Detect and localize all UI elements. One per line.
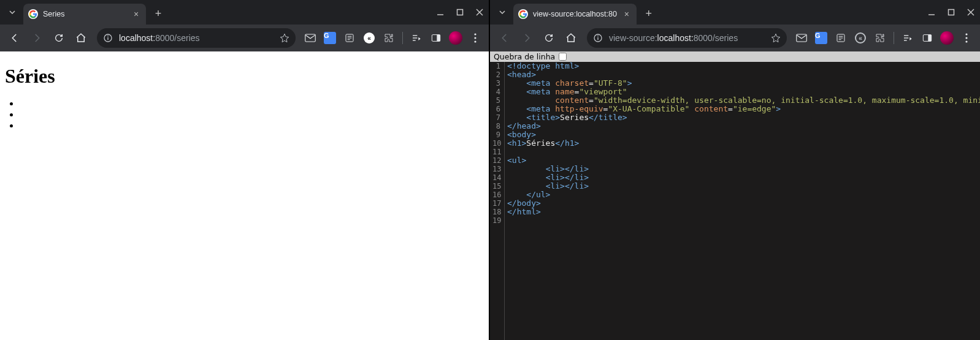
line-wrap-bar: Quebra de linha (490, 51, 980, 62)
tab-search-button[interactable] (5, 5, 20, 20)
side-panel-icon[interactable] (427, 29, 445, 47)
bookmark-star-icon[interactable] (280, 33, 289, 43)
mail-extension-icon[interactable] (793, 29, 810, 47)
tab-strip: view-source:localhost:80 × + (490, 0, 980, 25)
browser-window-right: view-source:localhost:80 × + view-source… (490, 0, 980, 340)
close-window-button[interactable] (967, 8, 975, 17)
tab-title: Series (43, 10, 126, 18)
url-text: localhost:8000/series (119, 33, 274, 43)
source-code[interactable]: <!doctype html><head> <meta charset="UTF… (505, 62, 980, 340)
media-control-icon[interactable] (408, 29, 425, 47)
new-tab-button[interactable]: + (150, 5, 167, 22)
chrome-menu-icon[interactable] (958, 29, 975, 47)
back-button[interactable] (495, 28, 515, 48)
forward-button[interactable] (27, 28, 47, 48)
list-item (20, 108, 484, 119)
browser-window-left: Series × + localhost:8000/series G « (0, 0, 490, 340)
page-heading: Séries (5, 65, 484, 88)
tab-strip: Series × + (0, 0, 489, 25)
tab-close-button[interactable]: × (131, 9, 141, 19)
forward-button[interactable] (517, 28, 537, 48)
svg-point-26 (597, 36, 599, 37)
svg-rect-1 (457, 10, 463, 15)
toolbar-extensions: G « (302, 29, 484, 47)
svg-rect-16 (437, 35, 440, 42)
tab-close-button[interactable]: × (622, 9, 632, 19)
address-bar[interactable]: view-source:localhost:8000/series (587, 28, 787, 48)
extensions-puzzle-icon[interactable] (380, 29, 397, 47)
svg-rect-36 (928, 35, 931, 42)
browser-tab[interactable]: Series × (23, 4, 146, 25)
window-controls (436, 0, 484, 25)
toolbar-separator (402, 32, 403, 44)
circle-extension-icon[interactable]: « (361, 29, 378, 47)
maximize-button[interactable] (456, 8, 464, 17)
svg-point-17 (474, 33, 476, 35)
maximize-button[interactable] (947, 8, 955, 17)
circle-extension-icon[interactable]: « (852, 29, 869, 47)
google-favicon (518, 9, 528, 19)
tab-title: view-source:localhost:80 (533, 10, 617, 18)
svg-rect-27 (797, 34, 807, 42)
side-panel-icon[interactable] (919, 29, 936, 47)
svg-point-37 (965, 33, 967, 35)
close-window-button[interactable] (475, 8, 484, 17)
url-text: view-source:localhost:8000/series (609, 33, 765, 43)
window-controls (927, 0, 975, 25)
toolbar: view-source:localhost:8000/series G « (490, 25, 980, 51)
svg-rect-7 (305, 34, 316, 42)
line-number-gutter: 12345678910111213141516171819 (490, 62, 505, 340)
svg-point-38 (965, 37, 967, 39)
toolbar-extensions: G « (793, 29, 975, 47)
minimize-button[interactable] (927, 8, 936, 17)
translate-extension-icon[interactable]: G (321, 29, 339, 47)
site-info-icon[interactable] (593, 33, 603, 43)
site-info-icon[interactable] (103, 33, 113, 43)
tab-search-button[interactable] (495, 5, 510, 20)
svg-point-39 (965, 40, 967, 42)
chrome-menu-icon[interactable] (467, 29, 484, 47)
svg-rect-21 (949, 10, 954, 15)
home-button[interactable] (561, 28, 581, 48)
source-code-area[interactable]: 12345678910111213141516171819 <!doctype … (490, 62, 980, 340)
toolbar-separator (894, 32, 894, 44)
google-favicon (28, 9, 38, 19)
line-wrap-label: Quebra de linha (494, 52, 555, 61)
page-content: Séries (0, 51, 489, 340)
list-item (20, 97, 484, 108)
mail-extension-icon[interactable] (302, 29, 319, 47)
profile-avatar[interactable] (447, 29, 464, 47)
extensions-puzzle-icon[interactable] (871, 29, 889, 47)
home-button[interactable] (71, 28, 91, 48)
reload-button[interactable] (539, 28, 559, 48)
reload-button[interactable] (49, 28, 69, 48)
minimize-button[interactable] (436, 8, 445, 17)
profile-avatar[interactable] (938, 29, 955, 47)
browser-tab[interactable]: view-source:localhost:80 × (513, 4, 637, 25)
series-list (20, 97, 484, 130)
svg-point-6 (107, 36, 109, 37)
toolbar: localhost:8000/series G « (0, 25, 489, 51)
back-button[interactable] (5, 28, 25, 48)
new-tab-button[interactable]: + (640, 5, 657, 22)
bookmark-star-icon[interactable] (771, 33, 781, 43)
list-item (20, 119, 484, 130)
reader-extension-icon[interactable] (341, 29, 358, 47)
line-wrap-checkbox[interactable] (559, 53, 567, 61)
view-source-content: Quebra de linha 123456789101112131415161… (490, 51, 980, 340)
svg-point-18 (474, 37, 476, 39)
translate-extension-icon[interactable]: G (813, 29, 830, 47)
reader-extension-icon[interactable] (832, 29, 849, 47)
svg-point-19 (474, 40, 476, 42)
address-bar[interactable]: localhost:8000/series (97, 28, 296, 48)
media-control-icon[interactable] (899, 29, 916, 47)
